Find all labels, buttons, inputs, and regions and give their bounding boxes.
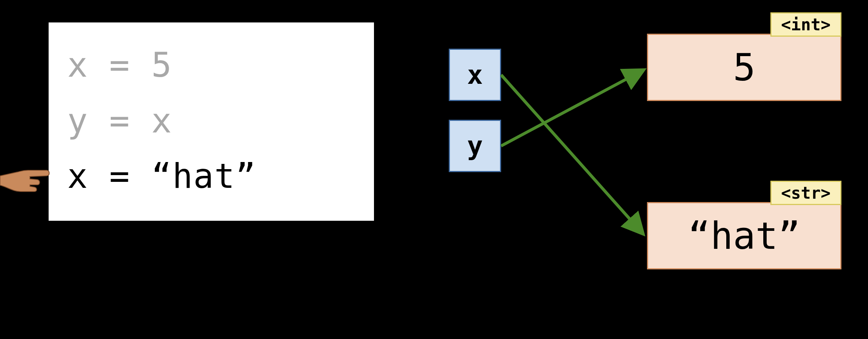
value-box-str: <str> “hat” <box>647 202 841 269</box>
code-line-2: y = x <box>67 93 355 149</box>
variable-label: x <box>467 59 483 90</box>
value-label: “hat” <box>688 214 800 258</box>
code-line-1: x = 5 <box>67 37 355 93</box>
value-label: 5 <box>733 46 755 89</box>
variable-label: y <box>467 131 483 161</box>
variable-box-y: y <box>449 120 501 172</box>
variable-box-x: x <box>449 49 501 101</box>
diagram-stage: x = 5 y = x x = “hat” x y <int> 5 <str> … <box>0 0 868 339</box>
arrow-x-to-str <box>501 75 641 232</box>
value-box-int: <int> 5 <box>647 34 841 101</box>
pointer-hand-icon <box>0 150 52 195</box>
code-panel: x = 5 y = x x = “hat” <box>49 22 374 221</box>
type-tag-int: <int> <box>770 12 841 37</box>
code-line-3-current: x = “hat” <box>67 149 355 204</box>
type-tag-str: <str> <box>770 181 841 205</box>
arrow-y-to-int <box>501 71 641 146</box>
